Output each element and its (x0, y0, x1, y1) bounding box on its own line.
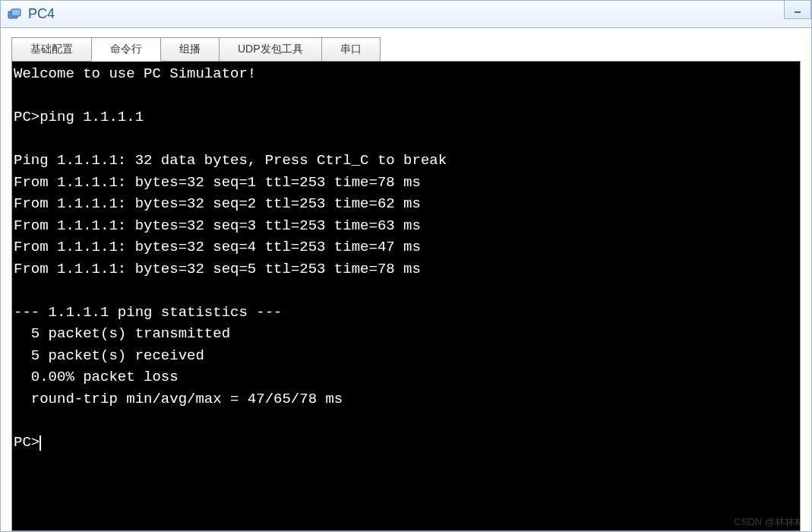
terminal-line: From 1.1.1.1: bytes=32 seq=5 ttl=253 tim… (14, 258, 798, 280)
terminal-line (14, 410, 798, 432)
tab-command-line[interactable]: 命令行 (91, 37, 161, 62)
terminal-line (14, 128, 798, 150)
tab-serial[interactable]: 串口 (321, 37, 381, 62)
window-title: PC4 (28, 6, 55, 22)
terminal-line: 0.00% packet loss (14, 366, 798, 388)
terminal-line: 5 packet(s) transmitted (14, 323, 798, 345)
terminal-line (14, 85, 798, 107)
terminal-line: PC>ping 1.1.1.1 (14, 106, 798, 128)
terminal-line: PC> (14, 432, 798, 454)
content-area: 基础配置 命令行 组播 UDP发包工具 串口 Welcome to use PC… (1, 28, 811, 531)
terminal-cursor (39, 435, 41, 451)
tab-udp-tool[interactable]: UDP发包工具 (219, 37, 322, 62)
terminal-line: Welcome to use PC Simulator! (14, 63, 798, 85)
terminal-line: From 1.1.1.1: bytes=32 seq=2 ttl=253 tim… (14, 193, 798, 215)
terminal-line: 5 packet(s) received (14, 345, 798, 367)
app-icon (7, 7, 22, 22)
titlebar: PC4 (1, 1, 811, 28)
terminal-line: round-trip min/avg/max = 47/65/78 ms (14, 388, 798, 410)
terminal[interactable]: Welcome to use PC Simulator! PC>ping 1.1… (11, 61, 801, 531)
terminal-line: From 1.1.1.1: bytes=32 seq=4 ttl=253 tim… (14, 236, 798, 258)
terminal-line (14, 280, 798, 302)
app-window: PC4 基础配置 命令行 组播 UDP发包工具 串口 Welcome to us… (0, 0, 812, 532)
minimize-button[interactable] (784, 1, 811, 19)
window-controls (784, 1, 811, 19)
svg-rect-1 (11, 9, 21, 16)
tab-bar: 基础配置 命令行 组播 UDP发包工具 串口 (11, 37, 801, 62)
terminal-line: Ping 1.1.1.1: 32 data bytes, Press Ctrl_… (14, 150, 798, 172)
terminal-line: From 1.1.1.1: bytes=32 seq=3 ttl=253 tim… (14, 215, 798, 237)
tab-basic-config[interactable]: 基础配置 (11, 37, 92, 62)
tab-multicast[interactable]: 组播 (160, 37, 220, 62)
terminal-line: --- 1.1.1.1 ping statistics --- (14, 302, 798, 324)
terminal-line: From 1.1.1.1: bytes=32 seq=1 ttl=253 tim… (14, 172, 798, 194)
